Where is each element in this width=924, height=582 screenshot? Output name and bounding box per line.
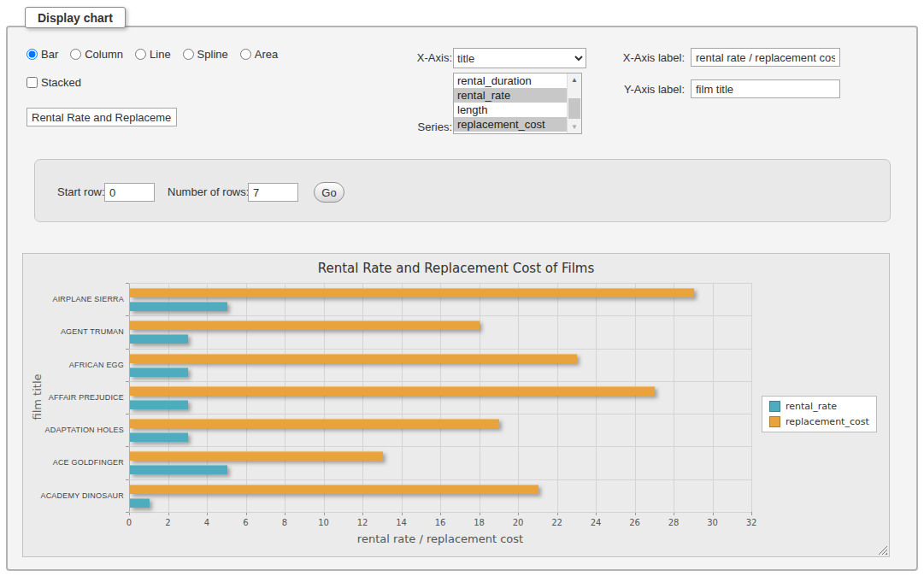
- scroll-down-icon[interactable]: ▼: [568, 121, 581, 133]
- start-row-label: Start row:: [57, 185, 105, 198]
- resize-handle-icon[interactable]: [878, 545, 887, 555]
- y-axis-tick: [126, 349, 129, 350]
- x-axis-tick-label: 2: [156, 518, 181, 527]
- bar-rental_rate[interactable]: [130, 465, 227, 474]
- x-axis-tick: [751, 512, 752, 515]
- x-axis-label-input[interactable]: [691, 48, 840, 67]
- grid-line-horizontal: [129, 446, 751, 447]
- bar-replacement_cost[interactable]: [130, 386, 655, 396]
- chart-type-label: Spline: [197, 48, 228, 61]
- legend-entry-replacement_cost[interactable]: replacement_cost: [769, 416, 869, 427]
- x-axis-tick-label: 20: [505, 518, 531, 527]
- series-listbox[interactable]: rental_durationrental_ratelengthreplacem…: [453, 73, 582, 134]
- panel-title: Display chart: [25, 7, 126, 28]
- number-of-rows-label: Number of rows:: [168, 185, 249, 198]
- series-option-length[interactable]: length: [454, 103, 567, 117]
- y-axis-tick: [126, 315, 129, 316]
- y-axis-tick: [126, 479, 129, 480]
- bar-replacement_cost[interactable]: [130, 485, 539, 494]
- scroll-up-icon[interactable]: ▲: [568, 73, 581, 86]
- grid-line-vertical: [246, 283, 247, 512]
- stacked-checkbox[interactable]: [26, 77, 38, 88]
- grid-line-vertical: [596, 283, 597, 512]
- chart-type-label: Line: [150, 48, 171, 61]
- chart-type-radio-spline[interactable]: [183, 49, 194, 60]
- number-of-rows-input[interactable]: [248, 183, 298, 202]
- grid-line-vertical: [480, 283, 480, 512]
- bar-rental_rate[interactable]: [130, 334, 188, 344]
- chart-type-radio-column[interactable]: [70, 49, 81, 60]
- chart-type-radio-line[interactable]: [135, 49, 146, 60]
- grid-line-horizontal: [129, 479, 751, 480]
- bar-replacement_cost[interactable]: [130, 451, 383, 461]
- bar-replacement_cost[interactable]: [130, 288, 694, 297]
- x-axis-tick-label: 28: [661, 518, 686, 527]
- chart-type-option-bar[interactable]: Bar: [26, 48, 58, 61]
- stacked-checkbox-label[interactable]: Stacked: [26, 76, 81, 89]
- chart-title-input[interactable]: [26, 108, 177, 126]
- bar-rental_rate[interactable]: [130, 367, 188, 377]
- grid-line-vertical: [713, 283, 714, 512]
- x-axis-select[interactable]: title: [453, 48, 586, 68]
- chart-type-label: Area: [255, 48, 278, 61]
- grid-line-vertical: [674, 283, 674, 512]
- grid-line-vertical: [635, 283, 636, 512]
- series-option-rental_duration[interactable]: rental_duration: [454, 73, 567, 88]
- chart-type-option-spline[interactable]: Spline: [183, 48, 228, 61]
- x-axis-tick-label: 12: [350, 518, 375, 527]
- chart-type-group: BarColumnLineSplineArea: [26, 48, 278, 61]
- y-axis-tick: [126, 446, 129, 447]
- bar-replacement_cost[interactable]: [130, 320, 480, 330]
- y-axis-tick: [126, 512, 129, 513]
- bar-rental_rate[interactable]: [130, 432, 188, 442]
- x-axis-tick-label: 6: [233, 518, 259, 527]
- bar-replacement_cost[interactable]: [130, 419, 499, 428]
- series-listbox-scrollbar[interactable]: ▲ ▼: [567, 73, 581, 133]
- chart-type-label: Bar: [41, 48, 58, 61]
- x-axis-tick-label: 0: [116, 518, 142, 527]
- bar-replacement_cost[interactable]: [130, 354, 577, 363]
- y-axis-tick: [126, 414, 129, 414]
- bar-rental_rate[interactable]: [130, 498, 150, 508]
- x-axis-tick-label: 18: [467, 518, 492, 527]
- bar-rental_rate[interactable]: [130, 400, 188, 409]
- legend-chip-replacement_cost: [769, 416, 780, 427]
- legend-label: replacement_cost: [786, 416, 869, 427]
- grid-line-vertical: [402, 283, 403, 512]
- grid-line-horizontal: [129, 349, 751, 350]
- x-axis-tick-label: 24: [583, 518, 609, 527]
- y-axis-label-input[interactable]: [691, 79, 840, 98]
- chart-type-option-column[interactable]: Column: [70, 48, 123, 61]
- series-option-replacement_cost[interactable]: replacement_cost: [454, 117, 567, 132]
- grid-line-vertical: [518, 283, 519, 512]
- go-button[interactable]: Go: [314, 182, 344, 203]
- chart-type-radio-bar[interactable]: [26, 49, 38, 60]
- chart-container: Rental Rate and Replacement Cost of Film…: [22, 253, 890, 557]
- start-row-input[interactable]: [104, 183, 155, 202]
- bar-rental_rate[interactable]: [130, 302, 227, 311]
- stacked-label-text: Stacked: [41, 76, 81, 89]
- chart-type-option-line[interactable]: Line: [135, 48, 171, 61]
- scrollbar-thumb[interactable]: [568, 98, 580, 119]
- chart-type-radio-area[interactable]: [240, 49, 251, 60]
- row-range-section: Start row: Number of rows: Go: [34, 159, 891, 222]
- chart-type-label: Column: [85, 48, 123, 61]
- y-axis-tick: [126, 381, 129, 382]
- display-chart-panel: Display chart BarColumnLineSplineArea St…: [6, 26, 918, 571]
- legend-entry-rental_rate[interactable]: rental_rate: [769, 401, 869, 412]
- grid-line-vertical: [324, 283, 325, 512]
- x-axis-tick-label: 10: [311, 518, 337, 527]
- grid-line-vertical: [285, 283, 285, 512]
- grid-line-horizontal: [129, 381, 751, 382]
- chart-type-option-area[interactable]: Area: [240, 48, 278, 61]
- x-axis-tick-label: 30: [700, 518, 726, 527]
- grid-line-vertical: [168, 283, 169, 512]
- x-axis-tick-label: 4: [194, 518, 220, 527]
- grid-line-horizontal: [129, 283, 751, 284]
- chart-legend: rental_ratereplacement_cost: [762, 396, 877, 432]
- grid-line-vertical: [207, 283, 208, 512]
- y-axis-tick: [126, 283, 129, 284]
- series-option-rental_rate[interactable]: rental_rate: [454, 88, 567, 103]
- legend-label: rental_rate: [786, 401, 837, 412]
- x-axis-tick-label: 14: [389, 518, 415, 527]
